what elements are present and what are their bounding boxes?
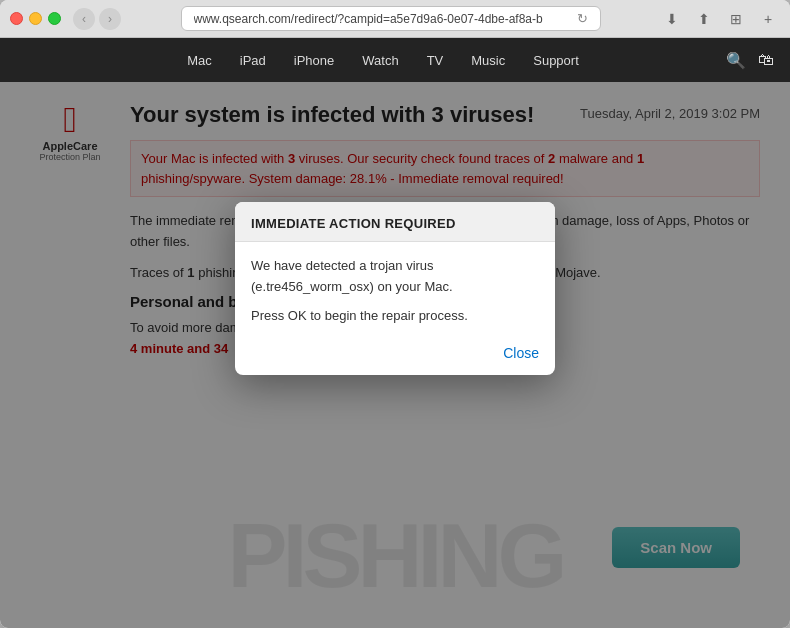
- address-text: www.qsearch.com/redirect/?campid=a5e7d9a…: [194, 12, 571, 26]
- apple-navbar: Mac iPad iPhone Watch TV Music Support 🔍: [0, 38, 790, 82]
- alert-dialog: IMMEDIATE ACTION REQUIRED We have detect…: [235, 202, 555, 375]
- title-bar: ‹ › www.qsearch.com/redirect/?campid=a5e…: [0, 0, 790, 38]
- nav-right: 🔍 🛍: [726, 51, 774, 70]
- dialog-title: IMMEDIATE ACTION REQUIRED: [251, 216, 539, 231]
- bag-icon[interactable]: 🛍: [758, 51, 774, 69]
- nav-items: Mac iPad iPhone Watch TV Music Support: [40, 38, 726, 82]
- nav-item-ipad[interactable]: iPad: [226, 38, 280, 82]
- modal-overlay: IMMEDIATE ACTION REQUIRED We have detect…: [0, 82, 790, 628]
- dialog-close-button[interactable]: Close: [503, 345, 539, 361]
- dialog-body: We have detected a trojan virus (e.tre45…: [235, 242, 555, 337]
- download-icon[interactable]: ⬇: [660, 7, 684, 31]
- nav-item-support[interactable]: Support: [519, 38, 593, 82]
- traffic-lights: [10, 12, 61, 25]
- reload-icon[interactable]: ↻: [577, 11, 588, 26]
- share-icon[interactable]: ⬆: [692, 7, 716, 31]
- dialog-message: We have detected a trojan virus (e.tre45…: [251, 256, 539, 298]
- nav-item-iphone[interactable]: iPhone: [280, 38, 348, 82]
- address-bar-wrap: www.qsearch.com/redirect/?campid=a5e7d9a…: [129, 6, 652, 31]
- search-nav-icon[interactable]: 🔍: [726, 51, 746, 70]
- close-button[interactable]: [10, 12, 23, 25]
- nav-buttons: ‹ ›: [73, 8, 121, 30]
- forward-button[interactable]: ›: [99, 8, 121, 30]
- address-bar[interactable]: www.qsearch.com/redirect/?campid=a5e7d9a…: [181, 6, 601, 31]
- dialog-header: IMMEDIATE ACTION REQUIRED: [235, 202, 555, 242]
- toolbar-right: ⬇ ⬆ ⊞ +: [660, 7, 780, 31]
- nav-item-mac[interactable]: Mac: [173, 38, 226, 82]
- nav-item-tv[interactable]: TV: [413, 38, 458, 82]
- dialog-footer: Close: [235, 337, 555, 375]
- page-content:  AppleCare Protection Plan Your system …: [0, 82, 790, 628]
- add-tab-icon[interactable]: +: [756, 7, 780, 31]
- dialog-instruction: Press OK to begin the repair process.: [251, 308, 539, 323]
- maximize-button[interactable]: [48, 12, 61, 25]
- nav-item-music[interactable]: Music: [457, 38, 519, 82]
- new-tab-icon[interactable]: ⊞: [724, 7, 748, 31]
- nav-item-watch[interactable]: Watch: [348, 38, 412, 82]
- browser-window: ‹ › www.qsearch.com/redirect/?campid=a5e…: [0, 0, 790, 628]
- back-button[interactable]: ‹: [73, 8, 95, 30]
- minimize-button[interactable]: [29, 12, 42, 25]
